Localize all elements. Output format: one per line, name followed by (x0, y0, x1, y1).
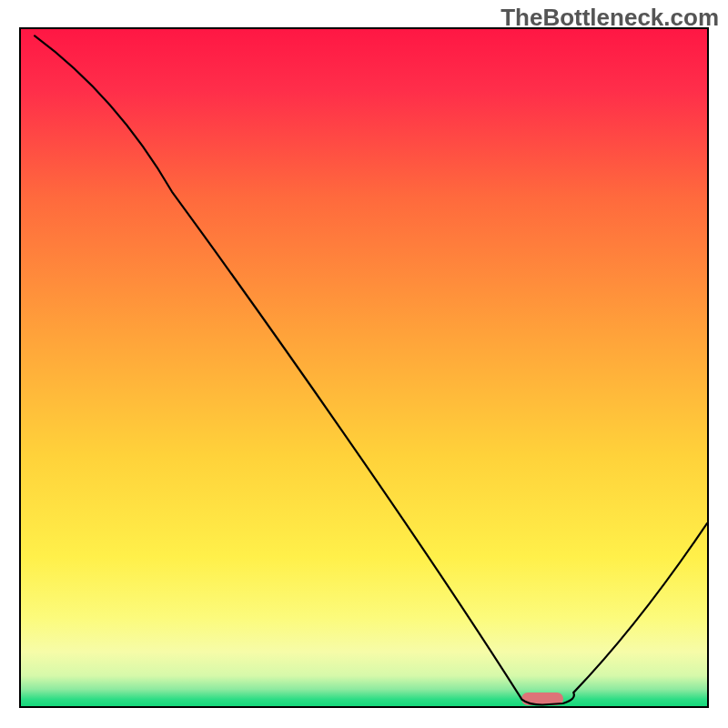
bottleneck-curve (21, 29, 707, 706)
watermark-label: TheBottleneck.com (500, 4, 719, 32)
chart-frame (19, 27, 709, 708)
chart-wrapper: TheBottleneck.com (0, 0, 728, 728)
curve-path (35, 35, 707, 704)
